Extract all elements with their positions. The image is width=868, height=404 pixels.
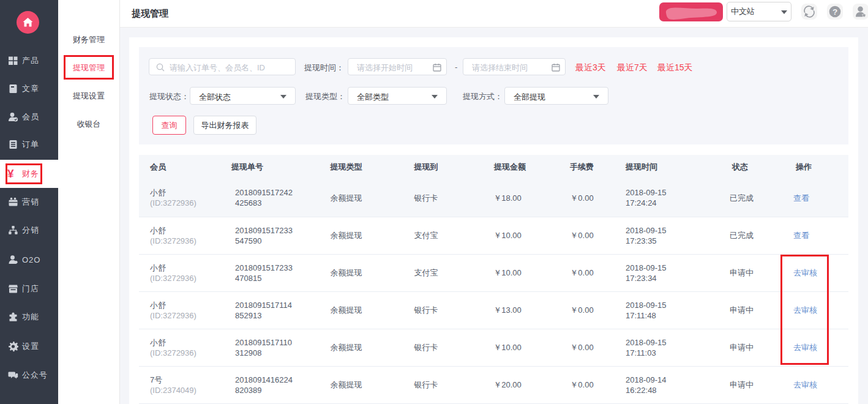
svg-text:?: ?	[832, 7, 837, 17]
